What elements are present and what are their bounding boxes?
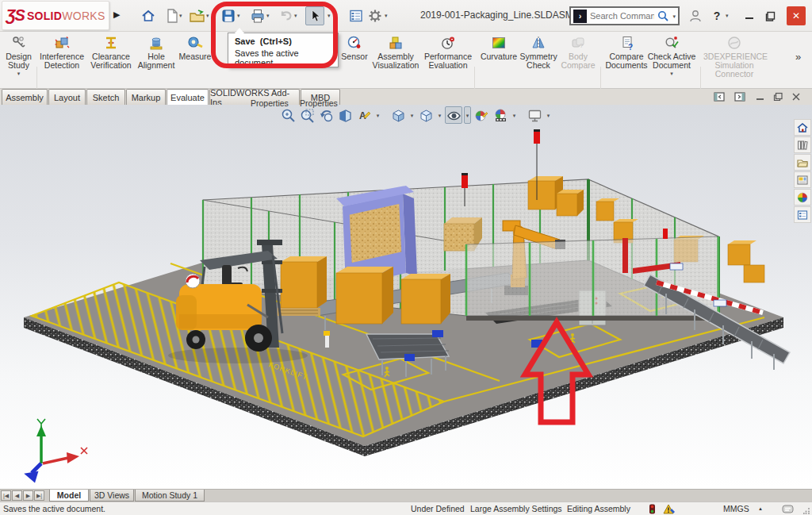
new-document-caret[interactable]: ▾ (179, 13, 182, 18)
ribbon-button-compare-documents[interactable]: ? Compare Documents (601, 35, 652, 87)
tab-scroll-next-button[interactable]: ▶ (23, 490, 33, 501)
ribbon-button-check-active-document[interactable]: Check Active Document ▾ (646, 35, 697, 87)
status-units[interactable]: MMGS (723, 504, 749, 513)
search-icon[interactable] (657, 10, 669, 22)
select-caret[interactable]: ▾ (327, 13, 331, 18)
ribbon-button-design-study[interactable]: Design Study ▾ (1, 35, 36, 87)
hide-show-items-caret[interactable]: ▾ (464, 106, 471, 124)
options-caret[interactable]: ▾ (385, 13, 388, 18)
save-caret[interactable]: ▾ (237, 13, 240, 18)
performance-traffic-light-icon[interactable] (649, 504, 656, 514)
ribbon-button-3dexperience[interactable]: 3DEXPERIENCE Simulation Connector (703, 35, 765, 87)
assembly-visualization-icon (388, 35, 404, 51)
save-button[interactable] (220, 7, 237, 25)
tab-motion-study-1[interactable]: Motion Study 1 (135, 490, 205, 502)
search-commands-box[interactable]: › ▾ (569, 6, 680, 25)
ribbon-button-assembly-visualization[interactable]: Assembly Visualization (366, 35, 425, 87)
view-palette-icon (796, 174, 809, 186)
view-palette-button[interactable] (794, 171, 811, 188)
display-style-icon (419, 108, 434, 123)
ribbon-button-performance-evaluation[interactable]: Performance Evaluation (417, 35, 479, 87)
zoom-to-fit-button[interactable] (279, 106, 297, 124)
edit-appearance-button[interactable] (473, 106, 490, 124)
tab-scroll-prev-button[interactable]: ◀ (12, 490, 22, 501)
undo-caret[interactable]: ▾ (294, 13, 297, 18)
close-button[interactable]: ✕ (787, 6, 806, 25)
print-button[interactable] (249, 7, 266, 25)
search-caret[interactable]: ▾ (672, 13, 676, 19)
login-button[interactable] (687, 7, 704, 25)
search-input[interactable] (590, 11, 654, 21)
units-caret[interactable]: ▲ (758, 506, 763, 511)
new-document-button[interactable] (163, 7, 181, 25)
pane-left-icon[interactable] (714, 92, 726, 102)
options-button[interactable] (366, 7, 384, 25)
undo-icon (278, 8, 294, 24)
doc-minimize-icon[interactable] (756, 94, 765, 101)
3dexperience-icon (726, 35, 742, 51)
display-style-button[interactable] (417, 106, 435, 124)
open-caret[interactable]: ▾ (206, 13, 209, 18)
doc-restore-icon[interactable] (773, 92, 783, 102)
home-button[interactable] (140, 7, 157, 25)
tab-sketch[interactable]: Sketch (86, 89, 125, 105)
report-button[interactable] (347, 7, 365, 25)
new-document-icon (165, 8, 179, 24)
ribbon-button-curvature[interactable]: Curvature (477, 35, 520, 87)
help-button[interactable]: ? (708, 7, 726, 25)
appearances-button[interactable] (794, 189, 811, 206)
tab-scroll-first-button[interactable]: |◀ (1, 490, 11, 501)
maximize-button[interactable] (761, 7, 779, 25)
ribbon-overflow-button[interactable]: » (795, 51, 801, 63)
tab-evaluate[interactable]: Evaluate (167, 89, 209, 105)
ribbon-button-body-compare[interactable]: ? Body Compare (557, 35, 599, 87)
apply-scene-caret[interactable]: ▾ (511, 106, 518, 124)
maximize-icon (764, 10, 776, 22)
assembly-warning-icon[interactable] (663, 504, 676, 514)
view-orientation-button[interactable] (389, 106, 407, 124)
status-editing-mode: Editing Assembly (567, 504, 630, 513)
open-button[interactable] (189, 7, 206, 25)
apply-scene-button[interactable] (492, 106, 509, 124)
zoom-to-area-button[interactable] (298, 106, 316, 124)
view-orientation-caret[interactable]: ▾ (408, 106, 416, 124)
ribbon-button-hole-alignment[interactable]: Hole Alignment (133, 35, 179, 87)
annotations-caret[interactable]: ▾ (374, 106, 381, 124)
tab-markup[interactable]: Markup (126, 89, 166, 105)
tab-model[interactable]: Model (49, 490, 89, 502)
ribbon-button-symmetry-check[interactable]: Symmetry Check (515, 35, 561, 87)
print-caret[interactable]: ▾ (266, 13, 270, 18)
annotations-button[interactable]: A (355, 106, 373, 124)
custom-properties-icon (796, 209, 809, 221)
graphics-viewport[interactable]: FORKLIFT (0, 105, 812, 489)
minimize-button[interactable] (741, 7, 758, 25)
help-caret[interactable]: ▾ (726, 13, 729, 18)
custom-properties-button[interactable] (794, 206, 811, 223)
check-active-document-caret[interactable]: ▾ (646, 71, 697, 77)
display-style-caret[interactable]: ▾ (436, 106, 443, 124)
resize-grip[interactable] (803, 507, 810, 514)
solidworks-resources-button[interactable] (794, 119, 811, 136)
view-settings-caret[interactable]: ▾ (545, 106, 552, 124)
tab-layout[interactable]: Layout (48, 89, 86, 105)
file-explorer-button[interactable] (794, 154, 811, 171)
view-settings-button[interactable] (526, 106, 543, 124)
undo-button[interactable] (278, 7, 295, 25)
ribbon-button-measure[interactable]: Measure (175, 35, 215, 87)
previous-view-button[interactable] (317, 106, 335, 124)
design-library-button[interactable] (794, 136, 811, 153)
doc-close-icon[interactable] (791, 92, 801, 102)
status-message: Saves the active document. (3, 504, 105, 513)
design-study-caret[interactable]: ▾ (1, 71, 36, 77)
tab-scroll-last-button[interactable]: ▶| (34, 490, 44, 501)
pane-right-icon[interactable] (734, 92, 746, 102)
tab-3d-views[interactable]: 3D Views (90, 490, 134, 502)
select-button[interactable] (305, 6, 324, 25)
tab-assembly[interactable]: Assembly (2, 89, 48, 105)
status-large-assembly-settings[interactable]: Large Assembly Settings (470, 504, 562, 513)
tags-icon[interactable] (782, 504, 795, 514)
menu-flyout-icon[interactable]: ▶ (113, 10, 120, 20)
hide-show-items-button[interactable] (445, 106, 462, 124)
section-view-button[interactable] (336, 106, 354, 124)
report-table-icon (348, 8, 364, 24)
